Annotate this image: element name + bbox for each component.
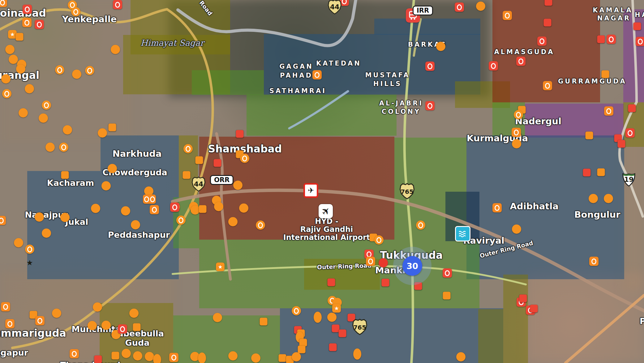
- map-marker[interactable]: [602, 70, 609, 78]
- map-marker[interactable]: [98, 128, 107, 138]
- map-marker[interactable]: [16, 33, 24, 41]
- map-marker[interactable]: [597, 169, 605, 176]
- map-marker[interactable]: [191, 205, 200, 215]
- map-marker[interactable]: [183, 144, 193, 153]
- map-marker[interactable]: [214, 202, 223, 211]
- map-marker[interactable]: [131, 220, 140, 229]
- map-marker[interactable]: [61, 171, 69, 179]
- map-marker[interactable]: [327, 313, 337, 322]
- map-marker[interactable]: [544, 19, 552, 27]
- map-marker[interactable]: [239, 203, 248, 213]
- map-marker[interactable]: [1, 74, 11, 83]
- map-marker[interactable]: [122, 349, 131, 358]
- map-marker[interactable]: [22, 18, 32, 27]
- map-marker[interactable]: [583, 169, 591, 177]
- airplane-icon[interactable]: ✈: [303, 183, 318, 198]
- map-marker[interactable]: [42, 100, 51, 110]
- map-marker[interactable]: [314, 312, 322, 323]
- map-marker[interactable]: [489, 61, 498, 70]
- map-marker[interactable]: [93, 302, 102, 312]
- map-marker[interactable]: [9, 55, 18, 64]
- map-marker[interactable]: [443, 268, 452, 278]
- map-marker[interactable]: [70, 349, 79, 358]
- map-marker[interactable]: [436, 42, 445, 51]
- map-marker[interactable]: [25, 84, 34, 93]
- map-marker[interactable]: [292, 306, 301, 315]
- map-marker[interactable]: [292, 352, 301, 361]
- map-marker[interactable]: [425, 101, 435, 110]
- map-marker[interactable]: [382, 279, 389, 287]
- cluster-marker[interactable]: 30: [402, 256, 422, 276]
- map-marker[interactable]: [153, 354, 161, 363]
- map-marker[interactable]: [328, 279, 335, 286]
- map-marker[interactable]: [628, 105, 636, 112]
- map-marker[interactable]: [14, 238, 23, 247]
- map-marker[interactable]: [183, 171, 191, 179]
- map-marker[interactable]: [339, 330, 346, 337]
- map-marker[interactable]: [35, 20, 44, 29]
- map-marker[interactable]: [636, 37, 644, 46]
- map-marker[interactable]: [312, 70, 322, 79]
- map-marker[interactable]: [121, 206, 130, 216]
- map-marker[interactable]: [353, 348, 361, 360]
- map-marker[interactable]: [108, 164, 117, 173]
- map-marker[interactable]: [170, 203, 179, 212]
- map-marker[interactable]: [55, 65, 64, 75]
- map-marker[interactable]: [71, 7, 80, 16]
- map-marker[interactable]: [118, 324, 127, 334]
- map-marker[interactable]: [2, 89, 11, 98]
- map-marker[interactable]: [416, 220, 425, 230]
- map-marker[interactable]: [19, 108, 28, 117]
- map-marker[interactable]: [176, 216, 186, 225]
- map-marker[interactable]: [374, 235, 384, 245]
- map-marker[interactable]: [476, 2, 485, 11]
- map-marker[interactable]: [42, 228, 51, 238]
- map-marker[interactable]: [63, 125, 72, 135]
- map-marker[interactable]: [366, 257, 375, 266]
- map-marker[interactable]: [59, 143, 68, 152]
- map-marker[interactable]: [199, 205, 207, 213]
- map-marker[interactable]: [169, 353, 178, 362]
- map-marker[interactable]: [607, 35, 616, 44]
- map-marker[interactable]: [129, 309, 139, 318]
- map-marker[interactable]: [112, 352, 119, 360]
- map-marker[interactable]: ★: [216, 263, 225, 271]
- map-marker[interactable]: [113, 0, 122, 9]
- map-marker[interactable]: [23, 5, 32, 14]
- map-marker[interactable]: [514, 110, 523, 119]
- map-marker[interactable]: [101, 321, 111, 330]
- map-marker[interactable]: [240, 154, 249, 163]
- map-marker[interactable]: [537, 36, 547, 46]
- map-canvas[interactable]: MoinabadYenkepalleSurangalHimayat SagarR…: [0, 0, 644, 363]
- map-marker[interactable]: ★: [332, 304, 341, 313]
- map-marker[interactable]: [109, 124, 116, 131]
- map-marker[interactable]: [145, 352, 154, 361]
- map-marker[interactable]: ★: [26, 258, 33, 267]
- map-marker[interactable]: [516, 57, 526, 66]
- map-marker[interactable]: [133, 351, 142, 361]
- map-marker[interactable]: [39, 113, 48, 123]
- map-marker[interactable]: [503, 11, 512, 20]
- map-marker[interactable]: [214, 159, 221, 167]
- map-marker[interactable]: [545, 0, 552, 6]
- map-marker[interactable]: [379, 258, 388, 267]
- map-marker[interactable]: [604, 194, 613, 203]
- map-marker[interactable]: [543, 81, 552, 90]
- map-marker[interactable]: [492, 203, 502, 212]
- map-marker[interactable]: [618, 140, 625, 148]
- waves-icon[interactable]: [455, 226, 470, 241]
- map-marker[interactable]: [1, 302, 10, 311]
- map-marker[interactable]: [589, 257, 599, 266]
- map-marker[interactable]: [625, 128, 635, 138]
- map-marker[interactable]: [16, 64, 25, 74]
- map-marker[interactable]: [91, 204, 100, 213]
- map-marker[interactable]: [597, 36, 605, 43]
- airplane-icon[interactable]: ✈: [319, 204, 333, 218]
- map-marker[interactable]: [512, 128, 521, 137]
- map-marker[interactable]: [455, 2, 464, 12]
- map-marker[interactable]: [530, 305, 538, 313]
- map-marker[interactable]: [512, 139, 521, 148]
- map-marker[interactable]: [5, 45, 15, 54]
- map-marker[interactable]: [213, 313, 222, 322]
- map-marker[interactable]: [512, 224, 521, 234]
